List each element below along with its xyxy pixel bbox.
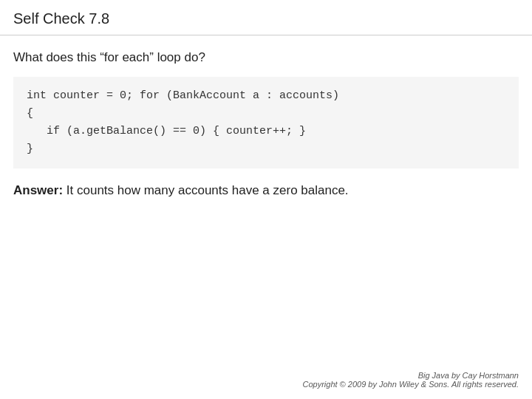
code-line-4: } [27, 140, 505, 158]
footer-line2: Copyright © 2009 by John Wiley & Sons. A… [302, 380, 519, 389]
answer-label: Answer: [13, 183, 63, 197]
footer: Big Java by Cay Horstmann Copyright © 20… [302, 371, 519, 389]
answer-line: Answer: It counts how many accounts have… [13, 183, 519, 198]
code-line-3: if (a.getBalance() == 0) { counter++; } [27, 123, 505, 140]
code-line-2: { [27, 105, 505, 123]
code-block: int counter = 0; for (BankAccount a : ac… [13, 77, 519, 168]
main-content: What does this “for each” loop do? int c… [0, 35, 532, 198]
footer-line1: Big Java by Cay Horstmann [302, 371, 519, 380]
answer-text: It counts how many accounts have a zero … [63, 183, 349, 197]
page-title: Self Check 7.8 [13, 10, 109, 27]
question-text: What does this “for each” loop do? [13, 50, 519, 65]
code-line-1: int counter = 0; for (BankAccount a : ac… [27, 87, 505, 105]
header: Self Check 7.8 [0, 0, 532, 35]
